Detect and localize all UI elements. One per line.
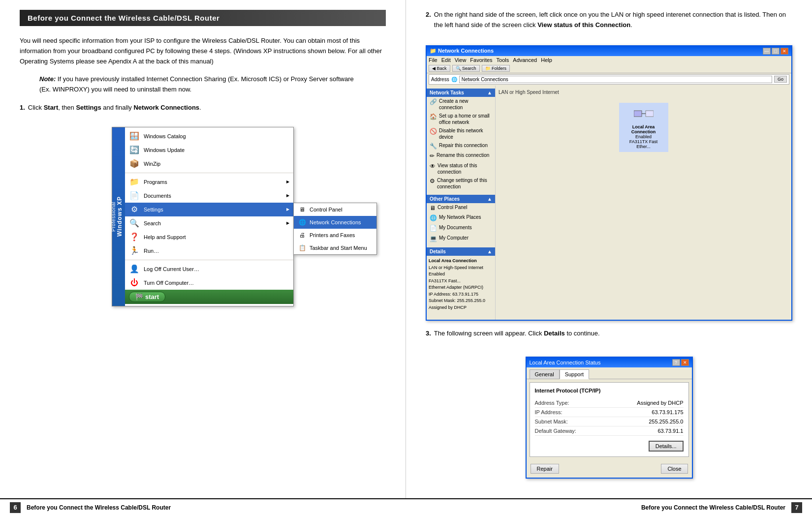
view-status-icon: 👁	[430, 163, 436, 171]
menu-item-documents[interactable]: 📄 Documents ▶	[125, 189, 293, 203]
dialog-help-button[interactable]: ?	[672, 359, 680, 366]
create-connection-icon: 🔗	[430, 98, 437, 106]
menu-item-help[interactable]: ❓ Help and Support	[125, 230, 293, 244]
task-create-connection[interactable]: 🔗 Create a new connection	[427, 97, 495, 112]
note-label: Note:	[39, 75, 56, 83]
taskbar-icon: 📋	[298, 243, 307, 252]
other-my-documents[interactable]: 📄 My Documents	[427, 223, 495, 234]
maximize-button[interactable]: □	[772, 48, 780, 55]
menu-programs-label: Programs	[144, 179, 167, 185]
win-menu-bar: File Edit View Favorites Tools Advanced …	[427, 56, 791, 64]
win-content: Network Tasks ▲ 🔗 Create a new connectio…	[427, 86, 791, 320]
task-repair[interactable]: 🔧 Repair this connection	[427, 141, 495, 151]
submenu-printers-label: Printers and Faxes	[310, 232, 355, 238]
menu-winzip-label: WinZip	[144, 161, 160, 167]
dialog-section-title: Internet Protocol (TCP/IP)	[535, 388, 684, 393]
network-tasks-section: Network Tasks ▲ 🔗 Create a new connectio…	[427, 89, 495, 191]
menu-advanced[interactable]: Advanced	[513, 57, 537, 63]
menu-item-logoff[interactable]: 👤 Log Off Current User…	[125, 262, 293, 276]
netconn-title: 📁 Network Connections	[430, 48, 494, 54]
tab-general[interactable]: General	[530, 369, 560, 379]
address-value[interactable]: Network Connections	[459, 76, 772, 83]
right-footer-title: Before you Connect the Wireless Cable/DS…	[641, 504, 785, 511]
submenu-printers[interactable]: 🖨 Printers and Faxes	[294, 229, 376, 242]
details-title: Details ▲	[427, 247, 495, 256]
other-control-panel[interactable]: 🖥 Control Panel	[427, 203, 495, 213]
step1-text: Click Start, then Settings and finally N…	[28, 103, 201, 113]
right-page: 2. On the right hand side of the screen,…	[406, 0, 812, 498]
menu-item-run[interactable]: 🏃 Run…	[125, 244, 293, 258]
menu-favorites[interactable]: Favorites	[470, 57, 492, 63]
menu-tools[interactable]: Tools	[497, 57, 509, 63]
other-my-computer[interactable]: 💻 My Computer	[427, 234, 495, 244]
close-window-button[interactable]: ✕	[781, 48, 788, 55]
folders-button[interactable]: 📁 Folders	[482, 65, 510, 72]
submenu-taskbar[interactable]: 📋 Taskbar and Start Menu	[294, 242, 376, 254]
catalog-icon: 🪟	[129, 131, 140, 142]
dialog-box: Local Area Connection Status ? ✕ General…	[526, 357, 693, 479]
svg-rect-1	[646, 111, 654, 117]
dialog-content: Internet Protocol (TCP/IP) Address Type:…	[530, 382, 689, 457]
menu-item-settings[interactable]: ⚙ Settings ▶	[125, 203, 293, 216]
startmenu-screenshot: Professional Windows XP 🪟 Windows Catalo…	[20, 127, 386, 306]
win-toolbar: ◀ Back 🔍 Search 📁 Folders	[427, 64, 791, 73]
menu-edit[interactable]: Edit	[441, 57, 451, 63]
xp-start-button[interactable]: 🏁 start	[129, 292, 165, 302]
start-flag-icon: 🏁	[135, 293, 143, 301]
task-change-settings[interactable]: ⚙ Change settings of this connection	[427, 176, 495, 191]
menu-item-search[interactable]: 🔍 Search ▶	[125, 216, 293, 230]
xp-sidebar-label: Professional Windows XP	[112, 127, 125, 306]
documents-arrow-icon: ▶	[286, 193, 289, 198]
content-area: Before you Connect the Wireless Cable/DS…	[0, 0, 812, 498]
menu-item-winzip[interactable]: 📦 WinZip	[125, 157, 293, 171]
menu-turnoff-label: Turn Off Computer…	[144, 280, 194, 286]
minimize-button[interactable]: —	[763, 48, 771, 55]
menu-item-update[interactable]: 🔄 Windows Update	[125, 143, 293, 157]
other-places-section: Other Places ▲ 🖥 Control Panel 🌐 My Netw…	[427, 195, 495, 243]
dialog-controls: ? ✕	[672, 359, 689, 366]
collapse-other-icon[interactable]: ▲	[487, 196, 492, 202]
close-dialog-button[interactable]: Close	[661, 464, 687, 474]
dialog-titlebar: Local Area Connection Status ? ✕	[527, 358, 692, 367]
toolbar-search-button[interactable]: 🔍 Search	[452, 65, 480, 72]
menu-item-programs[interactable]: 📁 Programs ▶	[125, 175, 293, 189]
menu-item-turnoff[interactable]: ⏻ Turn Off Computer…	[125, 276, 293, 290]
printers-icon: 🖨	[298, 231, 307, 240]
menu-file[interactable]: File	[429, 57, 437, 63]
tab-support[interactable]: Support	[560, 369, 590, 379]
task-disable-device[interactable]: 🚫 Disable this network device	[427, 126, 495, 141]
submenu-network-connections-label: Network Connections	[310, 219, 361, 225]
menu-catalog-label: Windows Catalog	[144, 133, 186, 139]
task-rename[interactable]: ✏ Rename this connection	[427, 151, 495, 161]
page-header: Before you Connect the Wireless Cable/DS…	[20, 10, 386, 26]
ctrl-panel-icon: 🖥	[430, 205, 436, 212]
menu-view[interactable]: View	[455, 57, 467, 63]
right-page-num: 7	[791, 502, 802, 513]
xp-startmenu: Professional Windows XP 🪟 Windows Catalo…	[112, 127, 294, 306]
task-view-status[interactable]: 👁 View status of this connection	[427, 161, 495, 176]
back-button[interactable]: ◀ Back	[429, 65, 450, 72]
submenu-network-connections[interactable]: 🌐 Network Connections	[294, 216, 376, 229]
repair-button[interactable]: Repair	[531, 464, 559, 474]
dialog-tabs: General Support	[527, 367, 692, 379]
collapse-details-icon[interactable]: ▲	[487, 249, 492, 254]
menu-item-catalog[interactable]: 🪟 Windows Catalog	[125, 129, 293, 143]
step2-container: 2. On the right hand side of the screen,…	[426, 10, 792, 38]
step1-header: 1. Click Start, then Settings and finall…	[20, 103, 386, 120]
address-icon: 🌐	[451, 77, 457, 82]
repair-icon: 🔧	[430, 143, 437, 151]
menu-help-win[interactable]: Help	[541, 57, 552, 63]
xp-menu-body: Professional Windows XP 🪟 Windows Catalo…	[112, 127, 293, 306]
note-text: If you have previously installed Interne…	[39, 75, 354, 93]
dialog-close-button[interactable]: ✕	[681, 359, 689, 366]
disable-icon: 🚫	[430, 128, 437, 136]
intro-text: You will need specific information from …	[20, 36, 386, 66]
netconn-window: 📁 Network Connections — □ ✕ File Edit Vi…	[426, 45, 792, 321]
details-button[interactable]: Details...	[649, 441, 684, 452]
submenu-control-panel[interactable]: 🖥 Control Panel	[294, 203, 376, 216]
task-setup-home[interactable]: 🏠 Set up a home or small office network	[427, 112, 495, 126]
other-network-places[interactable]: 🌐 My Network Places	[427, 213, 495, 223]
go-button[interactable]: Go	[774, 76, 787, 83]
connection-item[interactable]: Local Area Connection Enabled FA311TX Fa…	[619, 103, 668, 152]
collapse-icon[interactable]: ▲	[487, 90, 492, 95]
